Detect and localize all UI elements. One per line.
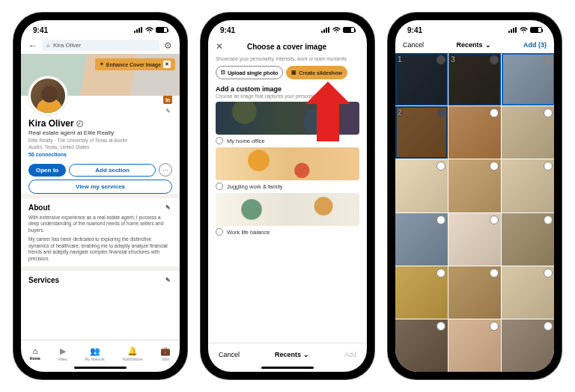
add-button: Add [344,351,356,358]
recents-dropdown[interactable]: Recents⌄ [275,351,309,358]
photo-cell[interactable] [395,319,448,372]
create-slideshow-button[interactable]: ▣Create slideshow [286,66,347,79]
back-icon[interactable]: ← [28,40,37,51]
tab-notifications[interactable]: 🔔Notifications [122,346,142,361]
custom-image-subtitle: Choose an image that captures your perso… [208,93,367,102]
photo-cell[interactable] [502,53,554,105]
briefcase-icon: 💼 [160,346,171,356]
search-input[interactable]: ⌕ Kira Oliver [42,40,159,51]
check-circle-icon [544,162,553,171]
phone-photo-picker: 9:41 Cancel Recents⌄ Add (3) 1 3 2 [388,13,562,379]
wifi-icon [332,27,341,33]
enhance-cover-button[interactable]: ✦ Enhance Cover Image ✕ [95,58,175,70]
bell-icon: 🔔 [127,346,138,356]
status-bar: 9:41 [208,20,367,37]
photo-cell[interactable] [502,106,554,159]
photo-cell[interactable] [448,266,501,319]
sparkle-icon: ✦ [100,61,104,67]
view-services-button[interactable]: View my services [28,180,172,194]
option-balance[interactable]: Work life balance [208,193,367,239]
phone-cover-chooser: 9:41 ✕ Choose a cover image Showcase you… [201,13,374,379]
photo-cell[interactable] [395,159,448,212]
profile-meta1: Elite Realty · The University of Texas a… [28,138,172,143]
photo-cell[interactable] [395,266,448,319]
photo-cell[interactable] [448,159,501,212]
radio-icon[interactable] [216,228,223,236]
photo-cell[interactable]: 2 [395,106,448,159]
option-image [216,147,359,180]
photo-cell[interactable] [502,159,554,212]
tab-jobs[interactable]: 💼Jobs [160,346,171,361]
battery-icon [530,27,542,33]
wifi-icon [520,27,528,33]
battery-icon [343,27,355,33]
add-section-button[interactable]: Add section [69,164,156,177]
option-image [216,193,359,226]
image-icon: ⊡ [221,70,225,76]
add-selected-button[interactable]: Add (3) [523,41,547,49]
check-circle-icon [490,108,499,117]
check-circle-icon [436,162,445,171]
close-icon[interactable]: ✕ [163,61,171,68]
about-text2: My career has been dedicated to explorin… [28,236,172,262]
about-title: About [28,203,50,212]
photo-cell[interactable] [448,213,501,266]
option-home-office[interactable]: My home office [208,102,367,147]
home-indicator [261,367,314,369]
selection-number: 2 [398,108,402,117]
photo-cell[interactable]: 1 [395,53,448,105]
edit-services-icon[interactable]: ✎ [163,275,172,284]
edit-about-icon[interactable]: ✎ [163,203,172,212]
wifi-icon [145,27,153,33]
profile-headline: Real estate agent at Elite Realty [28,129,172,136]
cancel-button[interactable]: Cancel [403,41,424,49]
photo-cell[interactable]: 3 [448,53,501,105]
photo-cell[interactable] [448,319,501,372]
close-icon[interactable]: ✕ [216,41,223,52]
photo-cell[interactable] [395,213,448,266]
video-icon: ▶ [60,346,66,356]
profile-meta2: Austin, Texas, United States [28,144,172,150]
tab-home[interactable]: ⌂Home [30,346,40,361]
photo-cell[interactable] [502,266,554,319]
more-button[interactable]: ⋯ [159,163,172,177]
battery-icon [156,27,168,33]
check-circle-icon [436,215,445,224]
settings-gear-icon[interactable]: ⚙ [164,40,172,51]
status-time: 9:41 [33,26,48,34]
cancel-button[interactable]: Cancel [219,351,240,358]
home-indicator [74,367,127,369]
radio-icon[interactable] [216,137,223,144]
upload-photo-button[interactable]: ⊡Upload single photo [216,66,283,79]
check-circle-icon [490,55,499,64]
option-juggling[interactable]: Juggling work & family [208,147,367,193]
option-label: Work life balance [227,229,270,236]
check-circle-icon [490,162,499,171]
photo-grid: 1 3 2 [395,53,554,372]
about-text1: With extensive experience as a real esta… [28,215,172,233]
edit-pencil-icon[interactable]: ✎ [163,106,172,115]
tab-network[interactable]: 👥My Network [85,346,104,361]
services-title: Services [28,276,59,284]
footer-bar: Cancel Recents⌄ Add [208,343,367,365]
connections-link[interactable]: 50 connections [28,152,172,157]
chevron-down-icon: ⌄ [303,351,309,358]
open-to-button[interactable]: Open to [28,164,66,177]
services-section: Services✎ [21,266,180,289]
check-circle-icon [436,55,445,64]
enhance-label: Enhance Cover Image [106,62,161,67]
check-circle-icon [544,215,553,224]
check-circle-icon [544,269,553,278]
signal-icon [134,27,143,33]
photo-cell[interactable] [502,319,554,372]
album-dropdown[interactable]: Recents⌄ [457,41,491,49]
home-icon: ⌂ [32,346,37,355]
photo-cell[interactable] [502,213,554,266]
check-circle-icon [544,108,553,117]
check-circle-icon [544,322,553,331]
photo-cell[interactable] [448,106,501,159]
avatar[interactable] [28,76,67,115]
radio-icon[interactable] [216,183,223,190]
check-circle-icon [436,322,445,331]
tab-video[interactable]: ▶Video [58,346,67,361]
